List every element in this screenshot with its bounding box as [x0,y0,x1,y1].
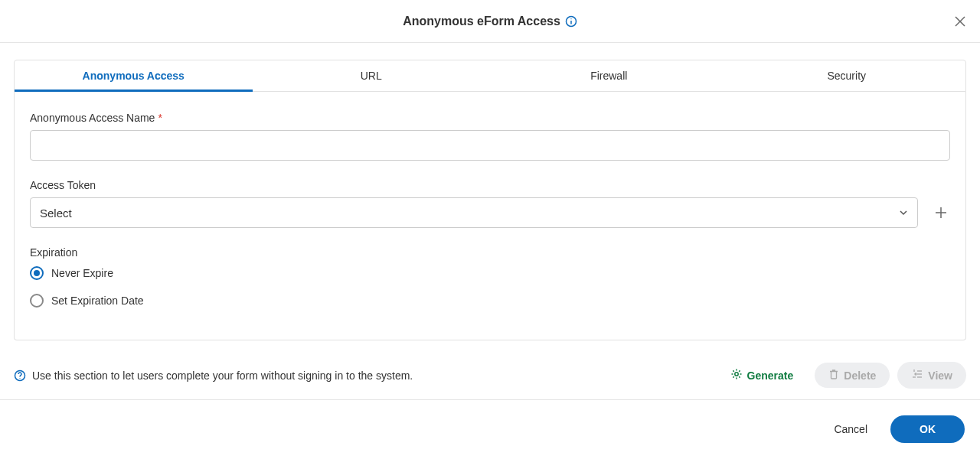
help-icon[interactable] [14,369,26,382]
view-icon [911,368,923,382]
expiration-label: Expiration [30,246,950,259]
access-token-select[interactable]: Select [30,197,918,228]
anon-name-label: Anonymous Access Name* [30,112,950,124]
radio-label: Never Expire [51,267,113,279]
tab-bar: Anonymous Access URL Firewall Security [14,60,966,92]
svg-point-2 [570,18,571,19]
svg-point-8 [19,377,20,378]
radio-never-expire[interactable]: Never Expire [30,266,950,280]
tab-anonymous-access[interactable]: Anonymous Access [15,60,253,91]
select-value: Select [40,207,72,220]
button-label: OK [920,423,936,435]
tab-label: Firewall [590,70,627,82]
cancel-button[interactable]: Cancel [828,415,874,443]
tab-label: Security [827,70,866,82]
add-token-button[interactable] [932,203,950,222]
button-label: View [928,369,952,382]
button-label: Delete [844,369,876,382]
tab-panel: Anonymous Access Name* Access Token Sele… [14,92,966,340]
delete-button: Delete [815,363,890,388]
radio-set-expiration[interactable]: Set Expiration Date [30,294,950,308]
modal-footer: Cancel OK [0,400,980,458]
modal-header: Anonymous eForm Access [0,0,980,43]
tab-label: URL [361,70,382,82]
radio-icon [30,294,44,308]
info-bar: Use this section to let users complete y… [0,351,980,400]
label-text: Anonymous Access Name [30,112,155,124]
modal-title-text: Anonymous eForm Access [403,15,560,28]
generate-button[interactable]: Generate [717,362,808,389]
tab-firewall[interactable]: Firewall [490,60,728,91]
button-label: Generate [747,369,794,382]
access-token-label: Access Token [30,179,950,191]
chevron-down-icon [899,207,908,220]
required-asterisk: * [158,112,162,124]
close-icon[interactable] [951,12,969,31]
field-anon-name: Anonymous Access Name* [30,112,950,161]
field-expiration: Expiration Never Expire Set Expiration D… [30,246,950,308]
radio-icon [30,266,44,280]
anon-name-input[interactable] [30,130,950,161]
tab-security[interactable]: Security [728,60,966,91]
tab-label: Anonymous Access [83,70,185,82]
info-text: Use this section to let users complete y… [32,369,413,382]
gear-icon [730,368,743,382]
trash-icon [828,369,839,382]
svg-point-9 [734,373,737,376]
view-button: View [897,362,966,389]
ok-button[interactable]: OK [890,415,965,443]
field-access-token: Access Token Select [30,179,950,228]
button-label: Cancel [834,423,867,435]
svg-point-10 [915,373,916,375]
radio-label: Set Expiration Date [51,295,144,307]
modal-title: Anonymous eForm Access [403,15,577,28]
info-icon[interactable] [565,15,577,28]
tab-url[interactable]: URL [253,60,491,91]
